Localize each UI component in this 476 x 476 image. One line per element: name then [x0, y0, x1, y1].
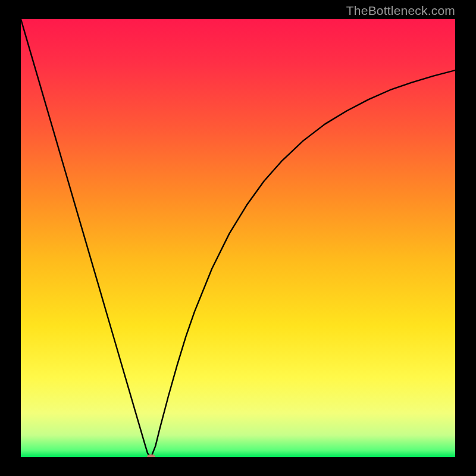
- watermark-text: TheBottleneck.com: [346, 4, 455, 18]
- chart-container: TheBottleneck.com: [0, 0, 476, 476]
- chart-curve-layer: [21, 19, 455, 457]
- plot-area: [21, 19, 455, 457]
- bottleneck-curve: [21, 19, 455, 457]
